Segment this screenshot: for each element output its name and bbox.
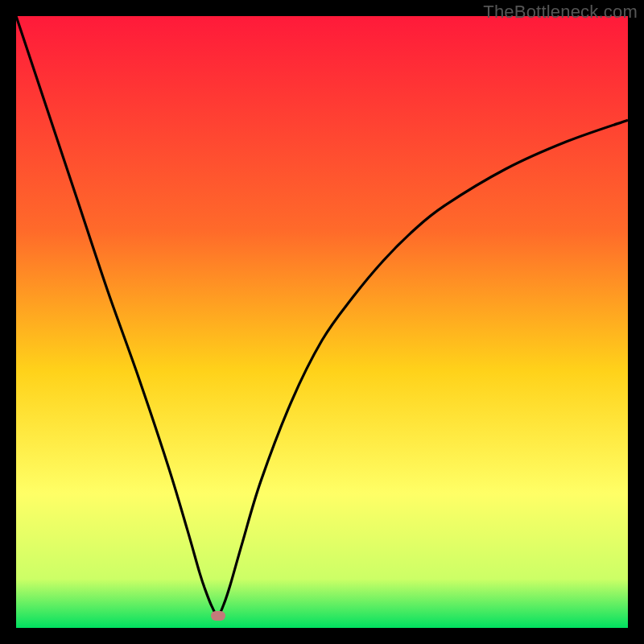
chart-minimum-marker [211,611,225,621]
chart-curve [16,16,628,628]
chart-plot-area [16,16,628,628]
watermark-text: TheBottleneck.com [483,2,638,23]
